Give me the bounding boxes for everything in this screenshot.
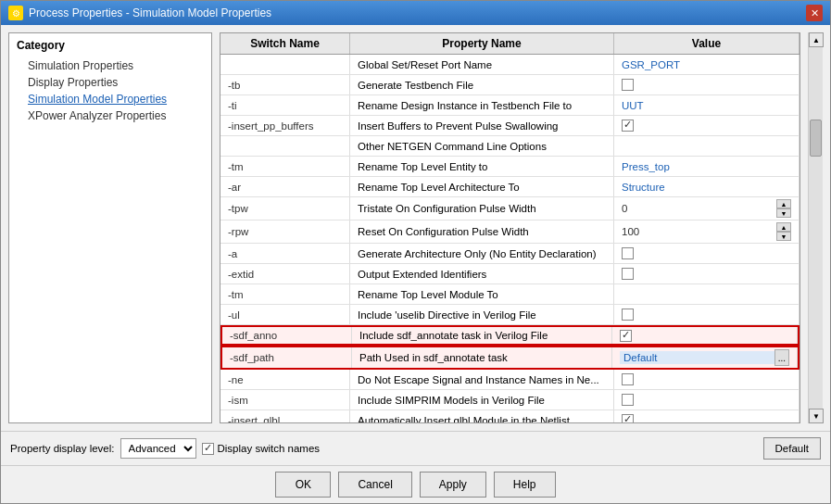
help-button[interactable]: Help: [494, 472, 556, 498]
properties-table: Switch Name Property Name Value Global S…: [220, 32, 800, 423]
property-cell: Include SIMPRIM Models in Verilog File: [350, 390, 614, 410]
table-row: -insert_glbl Automatically Insert glbl M…: [220, 410, 800, 422]
property-cell: Include sdf_annotate task in Verilog Fil…: [352, 327, 612, 344]
scroll-thumb[interactable]: [810, 120, 822, 157]
content-area: Category Simulation Properties Display P…: [1, 25, 830, 431]
switch-cell: -ul: [220, 305, 350, 324]
display-level-select[interactable]: BasicAdvanced: [120, 438, 196, 459]
property-cell: Rename Top Level Module To: [350, 284, 614, 304]
value-cell: [614, 264, 800, 284]
spin-up-button[interactable]: ▲: [776, 199, 791, 208]
property-cell: Rename Top Level Architecture To: [350, 177, 614, 196]
value-cell: [614, 370, 800, 389]
value-text: GSR_PORT: [622, 59, 680, 70]
table-row: Global Set/Reset Port Name GSR_PORT: [220, 55, 800, 75]
display-switch-label: Display switch names: [218, 443, 321, 454]
checkbox[interactable]: [622, 268, 634, 280]
value-cell: [614, 410, 800, 422]
switch-cell: -tpw: [220, 197, 350, 220]
spin-down-button[interactable]: ▼: [776, 232, 791, 241]
spin-up-button[interactable]: ▲: [776, 222, 791, 232]
apply-button[interactable]: Apply: [420, 472, 486, 498]
rpw-input[interactable]: 100: [622, 226, 776, 237]
sidebar-item-display-props[interactable]: Display Properties: [13, 74, 208, 91]
value-text: Structure: [622, 182, 665, 193]
value-cell: [614, 244, 800, 263]
table-row: Other NETGEN Command Line Options: [220, 136, 800, 157]
value-cell: Structure: [614, 177, 800, 196]
browse-button[interactable]: ...: [774, 349, 789, 366]
sidebar-item-xpower[interactable]: XPower Analyzer Properties: [13, 107, 208, 124]
checkbox[interactable]: [622, 309, 634, 321]
value-cell: Default ...: [612, 347, 798, 368]
property-cell: Reset On Configuration Pulse Width: [350, 220, 614, 243]
table-row: -ne Do Not Escape Signal and Instance Na…: [220, 370, 800, 390]
value-cell: [614, 390, 800, 410]
property-cell: Path Used in sdf_annotate task: [352, 347, 612, 368]
property-cell: Rename Top Level Entity to: [350, 157, 614, 176]
table-row: -a Generate Architecture Only (No Entity…: [220, 244, 800, 264]
scroll-up-button[interactable]: ▲: [809, 32, 824, 47]
switch-cell: [220, 55, 350, 74]
dialog-window: ⚙ Process Properties - Simulation Model …: [0, 0, 831, 504]
scroll-down-button[interactable]: ▼: [809, 409, 824, 423]
ok-button[interactable]: OK: [275, 472, 331, 498]
value-cell: [614, 116, 800, 135]
property-cell: Generate Testbench File: [350, 75, 614, 94]
value-cell: 0 ▲ ▼: [614, 197, 800, 220]
table-header: Switch Name Property Name Value: [220, 33, 800, 55]
table-row: -tb Generate Testbench File: [220, 75, 800, 95]
property-cell: Automatically Insert glbl Module in the …: [350, 410, 614, 422]
switch-cell: -a: [220, 244, 350, 263]
header-property: Property Name: [350, 33, 614, 54]
property-cell: Do Not Escape Signal and Instance Names …: [350, 370, 614, 389]
checkbox[interactable]: [620, 330, 632, 342]
property-cell: Insert Buffers to Prevent Pulse Swallowi…: [350, 116, 614, 135]
switch-cell: -tm: [220, 157, 350, 176]
spin-down-button[interactable]: ▼: [776, 208, 791, 218]
checkbox[interactable]: [622, 414, 634, 422]
value-text: UUT: [622, 100, 644, 111]
scroll-track: [809, 47, 823, 409]
property-cell: Rename Design Instance in Testbench File…: [350, 95, 614, 115]
close-button[interactable]: ✕: [806, 5, 823, 21]
value-cell: 100 ▲ ▼: [614, 220, 800, 243]
table-row: -ul Include 'uselib Directive in Verilog…: [220, 305, 800, 325]
sidebar-item-sim-model-props[interactable]: Simulation Model Properties: [13, 91, 208, 107]
property-cell: Tristate On Configuration Pulse Width: [350, 197, 614, 220]
display-level-label: Property display level:: [10, 443, 115, 454]
tpw-input[interactable]: 0: [622, 203, 776, 214]
value-text: Press_top: [622, 161, 670, 172]
table-row: -ar Rename Top Level Architecture To Str…: [220, 177, 800, 197]
checkbox[interactable]: [622, 394, 634, 406]
table-row: -extid Output Extended Identifiers: [220, 264, 800, 284]
display-switch-checkbox[interactable]: [202, 443, 214, 455]
sidebar-item-simulation-props[interactable]: Simulation Properties: [13, 57, 208, 74]
default-button[interactable]: Default: [763, 437, 821, 460]
table-row: -tm Rename Top Level Module To: [220, 284, 800, 305]
checkbox[interactable]: [622, 247, 634, 259]
switch-cell: -ism: [220, 390, 350, 410]
value-cell: [614, 284, 800, 304]
table-row-highlighted: -sdf_anno Include sdf_annotate task in V…: [220, 325, 800, 346]
scrollbar: ▲ ▼: [808, 32, 823, 423]
checkbox[interactable]: [622, 79, 634, 91]
display-switch-group: Display switch names: [202, 443, 321, 455]
switch-cell: -ar: [220, 177, 350, 196]
table-row: -rpw Reset On Configuration Pulse Width …: [220, 220, 800, 244]
property-cell: Include 'uselib Directive in Verilog Fil…: [350, 305, 614, 324]
switch-cell: -tb: [220, 75, 350, 94]
cancel-button[interactable]: Cancel: [338, 472, 411, 498]
value-cell: UUT: [614, 95, 800, 115]
switch-cell: -ne: [220, 370, 350, 389]
table-row: -tm Rename Top Level Entity to Press_top: [220, 157, 800, 177]
category-header: Category: [13, 37, 208, 54]
switch-cell: -extid: [220, 264, 350, 284]
checkbox[interactable]: [622, 120, 634, 132]
title-bar: ⚙ Process Properties - Simulation Model …: [1, 1, 830, 25]
checkbox[interactable]: [622, 373, 634, 385]
title-bar-left: ⚙ Process Properties - Simulation Model …: [8, 6, 271, 20]
switch-cell: -rpw: [220, 220, 350, 243]
value-cell: [614, 136, 800, 156]
bottom-toolbar: Property display level: BasicAdvanced Di…: [1, 431, 830, 465]
